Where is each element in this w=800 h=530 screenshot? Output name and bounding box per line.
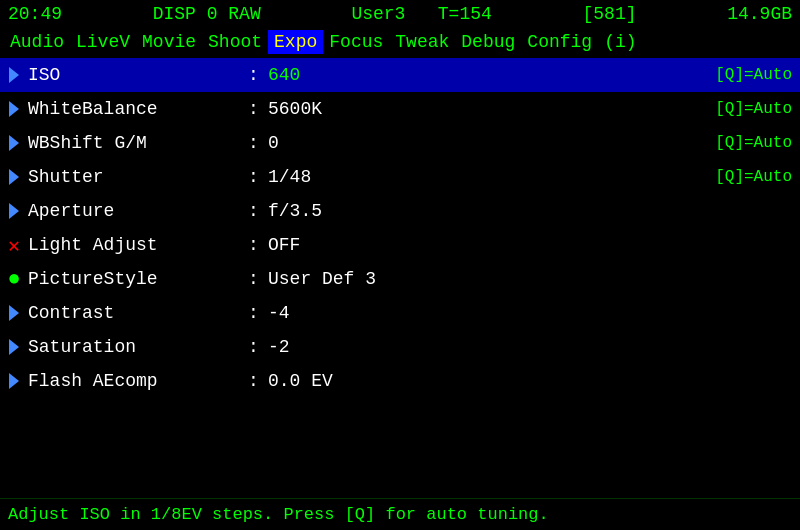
status-bar: Adjust ISO in 1/8EV steps. Press [Q] for…	[0, 498, 800, 530]
row-label-9: Flash AEcomp	[28, 371, 248, 391]
time-display: 20:49	[8, 4, 62, 24]
triangle-icon	[9, 203, 19, 219]
nav-item-focus[interactable]: Focus	[323, 30, 389, 54]
nav-item-expo[interactable]: Expo	[268, 30, 323, 54]
shots-count: [581]	[583, 4, 637, 24]
row-indicator-2	[0, 135, 28, 151]
row-indicator-6: ●	[0, 267, 28, 292]
main-content: ISO: 640[Q]=AutoWhiteBalance: 5600K[Q]=A…	[0, 56, 800, 400]
setting-row-7[interactable]: Contrast: -4	[0, 296, 800, 330]
row-auto-0: [Q]=Auto	[715, 66, 792, 84]
row-value-6: User Def 3	[268, 269, 800, 289]
row-label-0: ISO	[28, 65, 248, 85]
status-text: Adjust ISO in 1/8EV steps. Press [Q] for…	[8, 505, 549, 524]
row-colon-8: :	[248, 337, 268, 357]
nav-item-(i)[interactable]: (i)	[598, 30, 642, 54]
row-label-5: Light Adjust	[28, 235, 248, 255]
nav-bar: AudioLiveVMovieShootExpoFocusTweakDebugC…	[0, 28, 800, 56]
row-indicator-4	[0, 203, 28, 219]
row-label-2: WBShift G/M	[28, 133, 248, 153]
row-indicator-3	[0, 169, 28, 185]
setting-row-6[interactable]: ●PictureStyle: User Def 3	[0, 262, 800, 296]
triangle-icon	[9, 305, 19, 321]
row-colon-4: :	[248, 201, 268, 221]
row-label-4: Aperture	[28, 201, 248, 221]
row-colon-1: :	[248, 99, 268, 119]
setting-row-8[interactable]: Saturation: -2	[0, 330, 800, 364]
row-auto-1: [Q]=Auto	[715, 100, 792, 118]
nav-item-config[interactable]: Config	[521, 30, 598, 54]
row-indicator-9	[0, 373, 28, 389]
row-value-5: OFF	[268, 235, 800, 255]
nav-item-debug[interactable]: Debug	[455, 30, 521, 54]
nav-item-shoot[interactable]: Shoot	[202, 30, 268, 54]
row-label-3: Shutter	[28, 167, 248, 187]
row-label-1: WhiteBalance	[28, 99, 248, 119]
user-label: User3	[351, 4, 405, 24]
setting-row-4[interactable]: Aperture: f/3.5	[0, 194, 800, 228]
row-value-4: f/3.5	[268, 201, 800, 221]
row-auto-3: [Q]=Auto	[715, 168, 792, 186]
row-colon-2: :	[248, 133, 268, 153]
triangle-icon	[9, 169, 19, 185]
dot-icon: ●	[7, 267, 20, 292]
user-info: User3 T=154	[351, 4, 491, 24]
setting-row-0[interactable]: ISO: 640[Q]=Auto	[0, 58, 800, 92]
setting-row-9[interactable]: Flash AEcomp: 0.0 EV	[0, 364, 800, 398]
row-indicator-7	[0, 305, 28, 321]
nav-item-tweak[interactable]: Tweak	[389, 30, 455, 54]
setting-row-1[interactable]: WhiteBalance: 5600K[Q]=Auto	[0, 92, 800, 126]
row-auto-2: [Q]=Auto	[715, 134, 792, 152]
row-value-8: -2	[268, 337, 800, 357]
row-colon-9: :	[248, 371, 268, 391]
triangle-icon	[9, 135, 19, 151]
row-value-9: 0.0 EV	[268, 371, 800, 391]
nav-item-movie[interactable]: Movie	[136, 30, 202, 54]
cross-icon: ✕	[8, 233, 20, 258]
setting-row-5[interactable]: ✕Light Adjust: OFF	[0, 228, 800, 262]
row-colon-3: :	[248, 167, 268, 187]
triangle-icon	[9, 67, 19, 83]
nav-item-audio[interactable]: Audio	[4, 30, 70, 54]
row-label-6: PictureStyle	[28, 269, 248, 289]
setting-row-3[interactable]: Shutter: 1/48[Q]=Auto	[0, 160, 800, 194]
row-colon-0: :	[248, 65, 268, 85]
disp-mode: DISP 0 RAW	[153, 4, 261, 24]
row-indicator-0	[0, 67, 28, 83]
row-value-7: -4	[268, 303, 800, 323]
row-colon-7: :	[248, 303, 268, 323]
row-colon-6: :	[248, 269, 268, 289]
row-label-8: Saturation	[28, 337, 248, 357]
row-colon-5: :	[248, 235, 268, 255]
triangle-icon	[9, 373, 19, 389]
nav-item-livev[interactable]: LiveV	[70, 30, 136, 54]
top-bar: 20:49 DISP 0 RAW User3 T=154 [581] 14.9G…	[0, 0, 800, 28]
triangle-icon	[9, 101, 19, 117]
row-indicator-5: ✕	[0, 233, 28, 258]
temp-label: T=154	[438, 4, 492, 24]
setting-row-2[interactable]: WBShift G/M : 0[Q]=Auto	[0, 126, 800, 160]
storage-info: 14.9GB	[727, 4, 792, 24]
row-indicator-8	[0, 339, 28, 355]
row-indicator-1	[0, 101, 28, 117]
row-label-7: Contrast	[28, 303, 248, 323]
triangle-icon	[9, 339, 19, 355]
